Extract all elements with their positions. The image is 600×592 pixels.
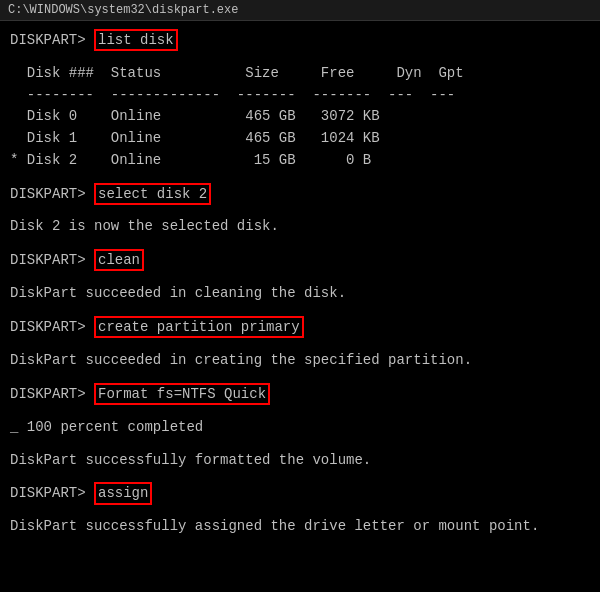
command-text: select disk 2 bbox=[94, 183, 211, 205]
terminal-line: * Disk 2 Online 15 GB 0 B bbox=[10, 150, 590, 172]
prompt-text: DISKPART> bbox=[10, 186, 94, 202]
prompt-text: DISKPART> bbox=[10, 252, 94, 268]
terminal-line: _ 100 percent completed bbox=[10, 417, 590, 439]
prompt-text: DISKPART> bbox=[10, 386, 94, 402]
terminal-line bbox=[10, 238, 590, 249]
terminal-line bbox=[10, 52, 590, 63]
prompt-text: DISKPART> bbox=[10, 319, 94, 335]
terminal-line: -------- ------------- ------- ------- -… bbox=[10, 85, 590, 107]
prompt-text: DISKPART> bbox=[10, 32, 94, 48]
terminal-line: Disk 0 Online 465 GB 3072 KB bbox=[10, 106, 590, 128]
command-text: create partition primary bbox=[94, 316, 304, 338]
terminal-line bbox=[10, 171, 590, 182]
terminal-line: DISKPART> create partition primary bbox=[10, 316, 590, 339]
terminal-line: DISKPART> clean bbox=[10, 249, 590, 272]
title-text: C:\WINDOWS\system32\diskpart.exe bbox=[8, 3, 238, 17]
terminal-line bbox=[10, 505, 590, 516]
terminal-line: DISKPART> assign bbox=[10, 482, 590, 505]
terminal-line bbox=[10, 272, 590, 283]
terminal-line bbox=[10, 372, 590, 383]
terminal-line: DiskPart successfully assigned the drive… bbox=[10, 516, 590, 538]
terminal-line: Disk 2 is now the selected disk. bbox=[10, 216, 590, 238]
command-text: clean bbox=[94, 249, 144, 271]
title-bar: C:\WINDOWS\system32\diskpart.exe bbox=[0, 0, 600, 21]
terminal-line: DiskPart successfully formatted the volu… bbox=[10, 450, 590, 472]
terminal-line bbox=[10, 305, 590, 316]
terminal-line: DiskPart succeeded in creating the speci… bbox=[10, 350, 590, 372]
terminal-window: DISKPART> list disk Disk ### Status Size… bbox=[0, 21, 600, 589]
terminal-line: DISKPART> select disk 2 bbox=[10, 183, 590, 206]
terminal-line: DiskPart succeeded in cleaning the disk. bbox=[10, 283, 590, 305]
command-text: list disk bbox=[94, 29, 178, 51]
command-text: Format fs=NTFS Quick bbox=[94, 383, 270, 405]
terminal-line bbox=[10, 471, 590, 482]
terminal-line: DISKPART> Format fs=NTFS Quick bbox=[10, 383, 590, 406]
terminal-line bbox=[10, 438, 590, 449]
terminal-line: Disk 1 Online 465 GB 1024 KB bbox=[10, 128, 590, 150]
command-text: assign bbox=[94, 482, 152, 504]
prompt-text: DISKPART> bbox=[10, 485, 94, 501]
terminal-line bbox=[10, 339, 590, 350]
terminal-line bbox=[10, 405, 590, 416]
terminal-line: DISKPART> list disk bbox=[10, 29, 590, 52]
terminal-line: Disk ### Status Size Free Dyn Gpt bbox=[10, 63, 590, 85]
terminal-line bbox=[10, 205, 590, 216]
